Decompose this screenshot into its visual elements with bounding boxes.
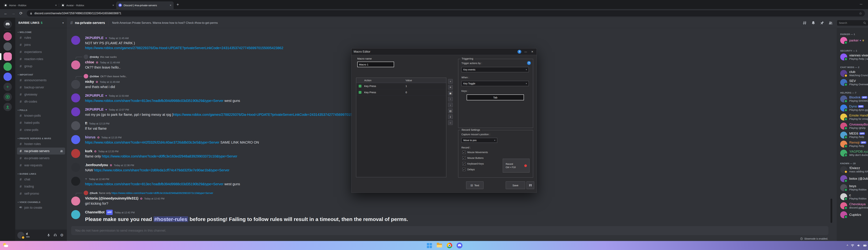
member-item[interactable]: !Dxiezz mass adding /choke [839, 165, 868, 174]
window-minimize-button[interactable]: — [856, 0, 867, 8]
add-tool-button[interactable]: + [448, 79, 453, 84]
channel-category[interactable]: ▾ POLLS [15, 109, 67, 112]
user-avatar[interactable] [71, 177, 80, 186]
member-item[interactable]: boys Playing Roblox [839, 183, 868, 192]
pinned-messages-icon[interactable] [820, 21, 824, 25]
start-button[interactable] [426, 242, 433, 249]
tray-chevron-icon[interactable]: ^ [847, 244, 848, 247]
url-text[interactable]: discord.com/channels/1044725974996103280… [34, 12, 857, 15]
record-checkbox[interactable]: ✓ Delays [462, 168, 475, 171]
channel-item[interactable]: # expectations [17, 49, 65, 55]
extensions-icon[interactable]: ❖ [867, 11, 868, 15]
username[interactable]: .benfoundyou [85, 162, 108, 167]
channel-item[interactable]: # eu-private-servers [17, 155, 65, 162]
record-checkbox[interactable]: ✓ Mouse Movements [462, 151, 488, 154]
browser-tab[interactable]: Discord | #na-private-servers ✕ [116, 1, 174, 9]
member-item[interactable]: Chevskaya discord.gg/extraction [839, 201, 868, 210]
member-item[interactable]: c Playing Roblox [839, 192, 868, 201]
channel-category[interactable]: ▾ IMPORTANT [15, 73, 67, 76]
delete-tool-button[interactable]: ✕ [448, 85, 453, 90]
channel-item[interactable]: # joins [17, 41, 65, 48]
help-icon[interactable]: ? [518, 50, 521, 54]
refresh-button[interactable]: ⟳ [18, 10, 24, 17]
username[interactable]: ChannelBot [85, 210, 104, 215]
move-down-tool-button[interactable]: ↓ [448, 103, 453, 107]
username[interactable]: kurk [85, 149, 92, 154]
record-checkbox[interactable]: ✓ Keyboard Keys [462, 162, 484, 165]
message-link[interactable]: https://www.roblox.com/games/2788229376/… [85, 46, 283, 50]
channel-category[interactable]: ▾ VOICE CHANNELS [15, 201, 67, 204]
channel-category[interactable]: ▾ WELCOME [15, 31, 67, 33]
browser-tab[interactable]: Home - Roblox ✕ [2, 1, 59, 9]
open-folder-tool-button[interactable]: ▤ [448, 108, 453, 113]
macro-titlebar[interactable]: Macro Editor ? — ✕ [351, 49, 536, 55]
search-input[interactable]: Search [837, 20, 868, 26]
channel-item[interactable]: # reaction-roles [17, 56, 65, 62]
save-button[interactable]: Save [506, 181, 525, 189]
channel-category[interactable]: ▾ BARBIE LINKS [15, 173, 67, 175]
username[interactable]: 2KPURPLE [85, 107, 104, 112]
reply-username[interactable]: @nicky [90, 55, 99, 58]
user-avatar[interactable] [71, 135, 80, 144]
role-section-header[interactable]: CHAT MODS — 2 [840, 66, 868, 69]
add-server-button[interactable]: + [3, 83, 12, 91]
username[interactable]: chloe [85, 60, 94, 65]
close-icon[interactable]: ✕ [530, 50, 534, 53]
message-link[interactable]: https://www.roblox.com/share?code=442f33… [85, 140, 219, 144]
checkbox-icon[interactable]: ✓ [462, 151, 466, 154]
channel-item[interactable]: # known-polls [17, 112, 65, 119]
file-explorer-icon[interactable] [436, 242, 443, 249]
server-icon[interactable] [3, 62, 12, 71]
text-button[interactable]: ▤ Text [466, 181, 484, 189]
username[interactable]: 2KPURPLE [85, 35, 104, 40]
user-avatar[interactable] [71, 196, 80, 206]
user-avatar[interactable] [71, 121, 80, 130]
user-avatar[interactable] [71, 80, 80, 89]
discord-home-button[interactable] [3, 20, 12, 29]
channel-mention[interactable]: #hoster-rules [153, 216, 188, 222]
reply-username[interactable]: @kurk [90, 191, 98, 194]
username[interactable]: Victoria (@ineedyouinmylife311) [85, 196, 138, 201]
channel-item[interactable]: join to create [17, 204, 65, 211]
keys-input[interactable]: Tab [467, 94, 524, 100]
reply-username[interactable]: @chloe [90, 75, 99, 78]
channel-item[interactable]: # war-requests [17, 162, 65, 169]
message-link[interactable]: https://www.roblox.com/share?code=813ec7… [85, 99, 223, 103]
window-maximize-button[interactable]: ▢ [867, 0, 868, 8]
channel-item[interactable]: # self-promo [17, 190, 65, 197]
member-item[interactable]: Remoji APP Playing /help [839, 139, 868, 149]
action-row[interactable]: Key Press 1 [356, 83, 446, 89]
record-timing-tool-button[interactable]: ○ [448, 120, 453, 125]
save-tool-button[interactable]: ⇓ [448, 115, 453, 119]
record-button[interactable]: Record Ctrl + F10 [503, 159, 529, 173]
browser-tab[interactable]: Avatar - Roblox ✕ [59, 1, 116, 9]
role-section-header[interactable]: HELPERS — 7 [840, 92, 868, 94]
channel-item[interactable]: # giveaway [17, 91, 65, 98]
channel-item[interactable]: # dh-codes [17, 98, 65, 105]
checkbox-icon[interactable]: ✓ [462, 162, 466, 165]
record-checkbox[interactable]: ✓ Mouse Buttons [462, 156, 484, 160]
minimize-icon[interactable]: — [523, 50, 528, 53]
member-item[interactable]: YAGPDB.xyz APP Why don't ducks ever get … [839, 149, 868, 158]
server-icon-selected[interactable] [3, 53, 12, 61]
member-item[interactable]: Dyno APP Playing dyno.gg | /help [839, 103, 868, 113]
self-avatar[interactable] [18, 232, 24, 239]
channel-topic[interactable]: North American Private Servers. Wanna kn… [112, 21, 798, 25]
checkbox-icon[interactable]: ✓ [462, 156, 466, 160]
save-disk-icon-button[interactable] [527, 181, 534, 189]
action-row[interactable]: Key Press 0 [356, 89, 446, 95]
member-item[interactable]: MEE6 APP Playing /help [839, 130, 868, 139]
member-item[interactable]: SEV Playing Overwatch® 2 [839, 78, 868, 87]
message-link[interactable]: https://www.roblox.com/games/2788229376/… [173, 113, 372, 117]
checkbox-icon[interactable]: ✓ [462, 168, 466, 171]
move-up-tool-button[interactable]: ↑ [448, 97, 453, 101]
help-icon[interactable]: ? [527, 61, 531, 65]
channel-item[interactable]: # trading [17, 183, 65, 190]
user-avatar[interactable] [71, 93, 80, 102]
message-link[interactable]: https://www.roblox.com/share?code=d0ffc3… [112, 191, 213, 194]
role-section-header[interactable]: PARKER — 1 [840, 33, 868, 36]
channel-item[interactable]: # rules [17, 34, 65, 41]
message-input[interactable]: You do not have permission to send messa… [71, 226, 829, 235]
copy-tool-button[interactable]: ▣ [448, 91, 453, 95]
user-avatar[interactable] [71, 163, 80, 172]
